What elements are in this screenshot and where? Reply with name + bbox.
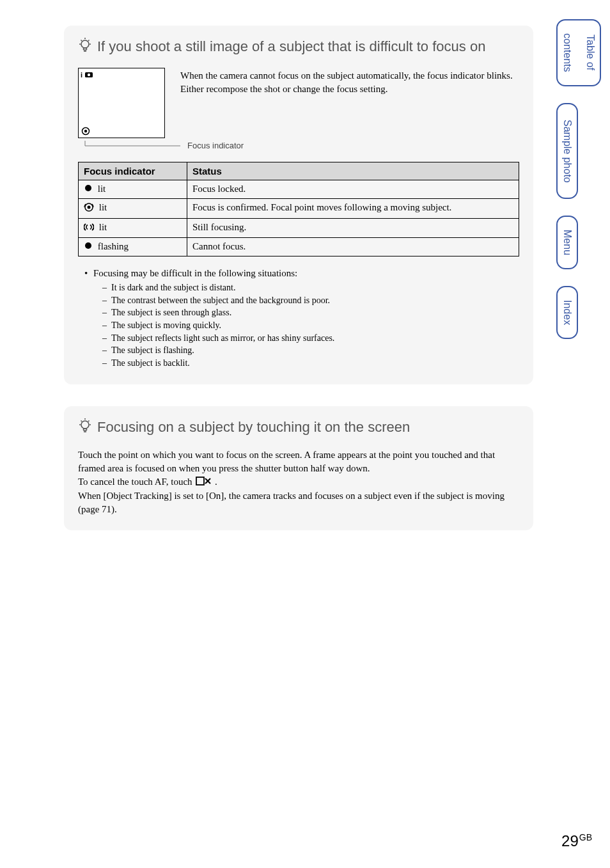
- svg-line-4: [81, 40, 82, 42]
- svg-point-17: [88, 206, 91, 209]
- svg-point-0: [81, 40, 89, 48]
- tip-bulb-icon: [78, 37, 92, 59]
- table-row: lit Focus is confirmed. Focal point move…: [79, 199, 519, 219]
- tab-menu[interactable]: Menu: [556, 216, 578, 269]
- tip-title: If you shoot a still image of a subject …: [97, 37, 519, 56]
- side-tabs: Table of contents Sample photo Menu Inde…: [556, 19, 601, 356]
- indicator-label: lit: [99, 203, 107, 213]
- indicator-label: lit: [99, 222, 107, 232]
- page-number: 29GB: [561, 832, 592, 850]
- svg-point-15: [85, 185, 91, 191]
- svg-rect-6: [84, 48, 87, 50]
- list-item: The contrast between the subject and the…: [102, 294, 519, 307]
- svg-line-24: [88, 421, 90, 422]
- tip-bulb-icon: [78, 418, 92, 439]
- mode-badge: i: [81, 70, 95, 81]
- sub-bullet-list: It is dark and the subject is distant. T…: [93, 281, 519, 369]
- tab-label-line: Table of: [584, 33, 596, 72]
- figure-caption: When the camera cannot focus on the subj…: [180, 68, 519, 96]
- status-cell: Focus is confirmed. Focal point moves fo…: [187, 199, 519, 219]
- indicator-label: lit: [98, 184, 106, 194]
- indicator-label: flashing: [98, 241, 129, 251]
- status-cell: Still focusing.: [187, 219, 519, 238]
- list-item: The subject is backlit.: [102, 357, 519, 370]
- tip-box-focus-difficult: If you shoot a still image of a subject …: [64, 26, 533, 384]
- solid-dot-icon: [84, 184, 93, 195]
- tip-title: Focusing on a subject by touching it on …: [97, 418, 519, 437]
- figure-leader: Focus indicator: [78, 141, 519, 150]
- tab-label: Menu: [561, 230, 573, 255]
- touch-af-cancel-icon: [196, 476, 211, 489]
- page-num-suffix: GB: [579, 832, 592, 842]
- svg-line-5: [88, 40, 90, 42]
- tab-sample-photo[interactable]: Sample photo: [556, 103, 578, 199]
- tip-heading: Focusing on a subject by touching it on …: [78, 418, 519, 439]
- table-header: Focus indicator: [79, 162, 187, 180]
- tab-label: Index: [561, 300, 573, 325]
- svg-rect-27: [196, 477, 204, 485]
- svg-point-12: [84, 129, 87, 132]
- page-num-value: 29: [561, 832, 579, 849]
- target-ring-icon: [84, 202, 94, 215]
- svg-line-23: [81, 421, 82, 422]
- svg-text:i: i: [81, 71, 82, 79]
- status-cell: Cannot focus.: [187, 237, 519, 256]
- tab-label-line: contents: [561, 33, 573, 72]
- text-fragment: .: [215, 477, 217, 487]
- text-fragment: To cancel the touch AF, touch: [78, 477, 194, 487]
- bullet-text: Focusing may be difficult in the followi…: [93, 268, 297, 278]
- table-row: lit Focus locked.: [79, 180, 519, 199]
- table-header: Status: [187, 162, 519, 180]
- list-item: The subject is seen through glass.: [102, 306, 519, 319]
- list-item: The subject reflects light such as mirro…: [102, 332, 519, 345]
- tab-table-of-contents[interactable]: Table of contents: [556, 19, 601, 86]
- svg-point-10: [88, 73, 90, 75]
- list-item: The subject is moving quickly.: [102, 319, 519, 332]
- leader-label: Focus indicator: [187, 141, 244, 150]
- list-item: The subject is flashing.: [102, 344, 519, 357]
- table-row: lit Still focusing.: [79, 219, 519, 238]
- focus-indicator-table: Focus indicator Status lit Focus locked.…: [78, 162, 519, 257]
- bullet-list: Focusing may be difficult in the followi…: [78, 267, 519, 369]
- tab-label: Sample photo: [561, 120, 573, 183]
- tip-paragraph: When [Object Tracking] is set to [On], t…: [78, 489, 519, 516]
- focus-indicator-icon: [81, 127, 90, 136]
- tip-paragraph: Touch the point on which you want to foc…: [78, 448, 519, 475]
- svg-point-18: [85, 242, 91, 249]
- svg-point-19: [81, 421, 89, 429]
- tip-paragraph: To cancel the touch AF, touch .: [78, 475, 519, 489]
- status-cell: Focus locked.: [187, 180, 519, 199]
- figure-row: i When the camera cannot focus on the su…: [78, 68, 519, 138]
- arc-pair-icon: [84, 223, 94, 234]
- tip-box-touch-focus: Focusing on a subject by touching it on …: [64, 406, 533, 530]
- list-item: It is dark and the subject is distant.: [102, 281, 519, 294]
- tip-heading: If you shoot a still image of a subject …: [78, 37, 519, 59]
- table-row: flashing Cannot focus.: [79, 237, 519, 256]
- svg-rect-25: [84, 429, 87, 430]
- solid-dot-icon: [84, 241, 93, 253]
- camera-screen-figure: i: [78, 68, 165, 138]
- tab-index[interactable]: Index: [556, 286, 578, 339]
